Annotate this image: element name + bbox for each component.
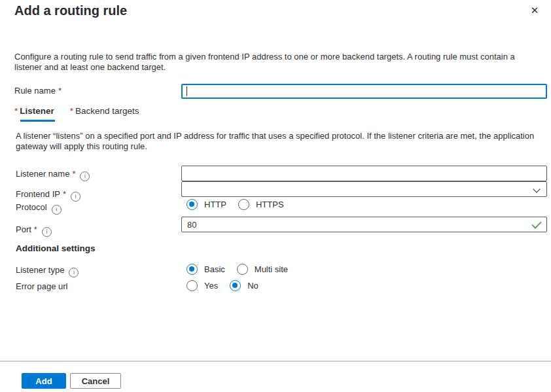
text-caret — [187, 86, 187, 96]
info-icon[interactable]: i — [42, 227, 52, 237]
radio-unselected-icon — [237, 264, 248, 275]
radio-option-multi-site[interactable]: Multi site — [237, 264, 288, 275]
radio-label: No — [247, 281, 258, 291]
radio-label: HTTP — [204, 200, 226, 209]
page-title: Add a routing rule — [14, 3, 127, 18]
radio-unselected-icon — [238, 199, 249, 210]
tab-label: Listener — [20, 106, 54, 116]
chevron-down-icon — [533, 185, 540, 192]
tab-bar: *Listener *Backend targets — [14, 106, 139, 122]
radio-option-yes[interactable]: Yes — [187, 280, 218, 291]
error-page-url-label: Error page url — [16, 281, 67, 291]
tab-listener[interactable]: *Listener — [14, 106, 54, 122]
radio-option-http[interactable]: HTTP — [187, 199, 226, 210]
radio-label: HTTPS — [256, 200, 284, 209]
footer-divider — [0, 361, 551, 362]
rule-name-input[interactable] — [181, 84, 547, 99]
info-icon[interactable]: i — [71, 192, 80, 202]
radio-option-https[interactable]: HTTPS — [238, 199, 284, 210]
radio-label: Basic — [204, 264, 225, 274]
port-field — [181, 217, 547, 232]
close-button[interactable]: ✕ — [525, 1, 544, 20]
radio-option-basic[interactable]: Basic — [187, 264, 225, 275]
selected-tab-underline — [20, 120, 55, 122]
additional-settings-header: Additional settings — [16, 243, 96, 253]
radio-selected-icon — [187, 264, 198, 275]
dialog-description: Configure a routing rule to send traffic… — [14, 52, 543, 72]
info-icon[interactable]: i — [52, 205, 62, 215]
required-asterisk: * — [58, 86, 62, 96]
listener-name-label-text: Listener name — [16, 169, 69, 179]
listener-name-label: Listener name*i — [16, 169, 90, 181]
required-asterisk: * — [72, 169, 75, 179]
required-asterisk: * — [14, 106, 18, 116]
close-icon: ✕ — [531, 5, 539, 16]
listener-name-input[interactable] — [181, 166, 547, 181]
listener-tab-description: A listener “listens” on a specified port… — [16, 131, 541, 151]
protocol-label: Protocoli — [16, 202, 62, 215]
radio-selected-icon — [187, 199, 198, 210]
listener-type-label-text: Listener type — [16, 265, 64, 275]
frontend-ip-label: Frontend IP*i — [16, 189, 80, 202]
port-input[interactable] — [181, 217, 547, 232]
add-routing-rule-dialog: Add a routing rule ✕ Configure a routing… — [0, 0, 551, 392]
error-page-url-radio-group: Yes No — [187, 280, 270, 291]
port-label-text: Port — [16, 224, 31, 234]
frontend-ip-label-text: Frontend IP — [16, 189, 60, 199]
rule-name-field — [181, 84, 547, 99]
required-asterisk: * — [34, 224, 37, 234]
required-asterisk: * — [70, 106, 73, 116]
info-icon[interactable]: i — [69, 268, 79, 277]
rule-name-label-text: Rule name — [14, 86, 56, 96]
radio-selected-icon — [230, 280, 241, 291]
listener-type-label: Listener typei — [16, 265, 79, 277]
listener-type-radio-group: Basic Multi site — [187, 264, 300, 275]
frontend-ip-dropdown[interactable] — [181, 181, 547, 197]
radio-option-no[interactable]: No — [230, 280, 258, 291]
radio-unselected-icon — [187, 280, 198, 291]
radio-label: Multi site — [255, 264, 288, 274]
rule-name-label: Rule name* — [14, 86, 62, 96]
port-label: Port*i — [16, 224, 52, 237]
tab-backend-targets[interactable]: *Backend targets — [70, 106, 139, 122]
add-button[interactable]: Add — [22, 373, 66, 389]
radio-label: Yes — [204, 281, 218, 291]
protocol-label-text: Protocol — [16, 202, 47, 212]
cancel-button[interactable]: Cancel — [70, 373, 121, 389]
error-page-url-label-text: Error page url — [16, 281, 67, 291]
tab-label: Backend targets — [75, 106, 139, 116]
protocol-radio-group: HTTP HTTPS — [187, 199, 296, 210]
required-asterisk: * — [63, 189, 66, 199]
info-icon[interactable]: i — [80, 171, 90, 181]
